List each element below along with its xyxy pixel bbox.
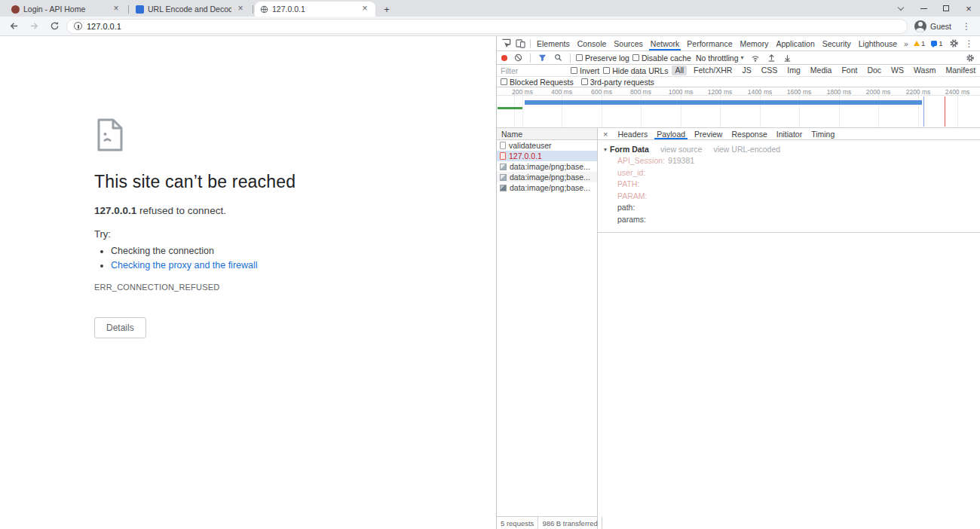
filter-type-media[interactable]: Media [807, 66, 835, 75]
network-settings-icon[interactable] [963, 54, 977, 63]
devtools-tab-network[interactable]: Network [647, 36, 684, 50]
profile-button[interactable]: Guest [911, 20, 954, 32]
proxy-firewall-link[interactable]: Checking the proxy and the firewall [111, 260, 258, 271]
new-tab-button[interactable]: + [378, 2, 395, 17]
requests-name-header[interactable]: Name [497, 128, 597, 140]
devtools-tab-performance[interactable]: Performance [683, 36, 736, 50]
import-har-icon[interactable] [765, 54, 778, 62]
collapse-icon[interactable]: ▾ [604, 146, 607, 153]
search-icon[interactable] [552, 54, 565, 62]
filter-input[interactable] [501, 66, 567, 75]
tab-close-icon[interactable]: × [111, 4, 121, 14]
separator [570, 54, 571, 63]
network-overview-timeline[interactable]: 200 ms 400 ms 600 ms 800 ms 1000 ms 1200… [497, 87, 980, 128]
filter-type-fetch-xhr[interactable]: Fetch/XHR [691, 66, 735, 75]
details-tab-preview[interactable]: Preview [690, 128, 727, 139]
error-title: This site can’t be reached [94, 172, 418, 192]
dom-content-loaded-line [923, 96, 924, 127]
browser-tab-login-api-home[interactable]: Login - API Home × [6, 2, 127, 17]
request-row[interactable]: validateuser [497, 140, 597, 151]
devtools-tab-elements[interactable]: Elements [533, 36, 574, 50]
details-tab-initiator[interactable]: Initiator [772, 128, 807, 139]
disable-cache-checkbox[interactable]: Disable cache [632, 54, 691, 63]
filter-type-all[interactable]: All [672, 66, 687, 75]
image-icon [500, 174, 507, 181]
filter-type-doc[interactable]: Doc [864, 66, 884, 75]
error-code: ERR_CONNECTION_REFUSED [94, 283, 418, 292]
devtools-menu-icon[interactable]: ⋮ [963, 38, 976, 49]
details-tab-payload[interactable]: Payload [652, 128, 690, 139]
details-tab-timing[interactable]: Timing [807, 128, 839, 139]
forward-icon[interactable] [26, 18, 42, 35]
throttling-dropdown[interactable]: No throttling ▾ [694, 54, 746, 63]
tab-close-icon[interactable]: × [235, 4, 246, 14]
clear-icon[interactable] [512, 54, 525, 62]
minimize-button[interactable] [912, 0, 935, 17]
reload-icon[interactable] [46, 18, 63, 35]
issues-badge[interactable]: 1 [929, 39, 945, 47]
tab-search-icon[interactable] [890, 0, 912, 17]
preserve-log-checkbox[interactable]: Preserve log [576, 54, 629, 63]
site-info-icon[interactable] [74, 22, 82, 30]
details-tab-headers[interactable]: Headers [613, 128, 652, 139]
export-har-icon[interactable] [781, 54, 794, 62]
network-conditions-icon[interactable] [749, 54, 762, 63]
devtools-settings-icon[interactable] [947, 38, 961, 48]
form-data-param: user_id: [598, 167, 980, 179]
tab-title: URL Encode and Decode - Online [148, 5, 231, 14]
filter-type-wasm[interactable]: Wasm [911, 66, 939, 75]
window-close-button[interactable]: × [957, 0, 980, 17]
devtools-close-icon[interactable]: × [978, 39, 980, 48]
load-event-line [945, 96, 945, 127]
warnings-badge[interactable]: 1 [911, 39, 927, 47]
filter-type-img[interactable]: Img [784, 66, 804, 75]
view-url-encoded-link[interactable]: view URL-encoded [713, 145, 780, 154]
error-host: 127.0.0.1 [94, 205, 136, 216]
hide-data-urls-checkbox[interactable]: Hide data URLs [603, 66, 668, 75]
request-row[interactable]: data:image/png;base... [497, 182, 597, 193]
request-row[interactable]: data:image/png;base... [497, 172, 597, 182]
devtools-tab-lighthouse[interactable]: Lighthouse [855, 36, 901, 50]
request-row-selected[interactable]: 127.0.0.1 [497, 151, 597, 161]
invert-checkbox[interactable]: Invert [571, 66, 599, 75]
filter-type-js[interactable]: JS [739, 66, 754, 75]
more-tabs-icon[interactable]: » [901, 39, 911, 48]
filter-type-manifest[interactable]: Manifest [942, 66, 978, 75]
tab-separator [253, 5, 253, 14]
error-message: 127.0.0.1 refused to connect. [94, 205, 418, 216]
form-data-param: PARAM: [598, 191, 980, 203]
filter-icon[interactable] [536, 54, 549, 62]
form-data-param: path: [598, 202, 980, 214]
devtools-tab-security[interactable]: Security [819, 36, 855, 50]
device-toolbar-icon[interactable] [513, 38, 528, 48]
devtools-tab-sources[interactable]: Sources [610, 36, 647, 50]
details-button[interactable]: Details [94, 317, 146, 338]
blocked-requests-row: Blocked Requests 3rd-party requests [497, 77, 980, 87]
error-page: This site can’t be reached 127.0.0.1 ref… [94, 118, 418, 338]
blocked-requests-checkbox[interactable]: Blocked Requests [501, 78, 574, 87]
third-party-checkbox[interactable]: 3rd-party requests [581, 78, 654, 87]
close-details-icon[interactable]: × [598, 130, 613, 139]
devtools-tab-application[interactable]: Application [772, 36, 818, 50]
view-source-link[interactable]: view source [660, 145, 702, 154]
devtools-tab-console[interactable]: Console [574, 36, 611, 50]
browser-tab-url-encode[interactable]: URL Encode and Decode - Online × [130, 2, 251, 17]
requests-list: validateuser 127.0.0.1 data:image/png;ba… [497, 140, 597, 516]
tab-close-icon[interactable]: × [360, 4, 370, 14]
devtools-tab-memory[interactable]: Memory [736, 36, 772, 50]
inspect-element-icon[interactable] [499, 38, 513, 48]
browser-titlebar: Login - API Home × URL Encode and Decode… [0, 0, 980, 17]
filter-type-font[interactable]: Font [838, 66, 860, 75]
browser-tab-127-0-0-1[interactable]: 127.0.0.1 × [255, 2, 375, 17]
address-bar[interactable]: 127.0.0.1 [66, 19, 908, 34]
request-row[interactable]: data:image/png;base... [497, 161, 597, 172]
record-icon[interactable] [501, 55, 507, 61]
filter-type-css[interactable]: CSS [758, 66, 781, 75]
back-icon[interactable] [5, 18, 22, 35]
maximize-button[interactable] [935, 0, 957, 17]
browser-menu-icon[interactable]: ⋮ [958, 21, 975, 32]
details-tab-response[interactable]: Response [727, 128, 771, 139]
image-icon [500, 164, 507, 170]
transferred-size: 986 B transferred [538, 517, 602, 529]
filter-type-ws[interactable]: WS [888, 66, 907, 75]
